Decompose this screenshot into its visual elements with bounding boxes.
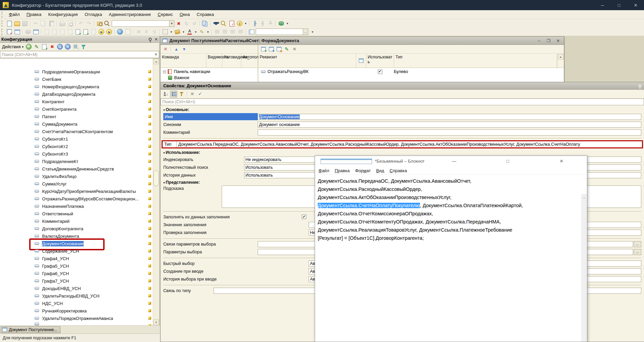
tree-scrollbar[interactable]: ▲ ▼: [153, 58, 159, 325]
menubar-grip[interactable]: [1, 12, 4, 18]
align-center-icon[interactable]: [221, 29, 228, 35]
close-button[interactable]: ✕: [627, 0, 644, 10]
tree-item[interactable]: НазначениеПлатежа: [0, 202, 159, 210]
maximize-window-icon[interactable]: ❐: [545, 38, 552, 43]
form-window-icon[interactable]: [14, 29, 21, 35]
menu-item[interactable]: Администрирование: [106, 12, 154, 17]
tree-item[interactable]: [0, 322, 159, 325]
menu-item[interactable]: Отладка: [81, 12, 105, 17]
database-update-icon[interactable]: [278, 20, 285, 27]
column-autovisibility[interactable]: Автовидимо_: [222, 54, 241, 68]
toolbar-icon[interactable]: [113, 29, 116, 35]
tree-item[interactable]: СуммаУслуг: [0, 180, 159, 187]
debug-start-icon[interactable]: [213, 20, 220, 27]
property-type-highlighted[interactable]: Тип ДокументСсылка.ПередачаОС, ДокументС…: [162, 140, 643, 148]
property-value[interactable]: Документ основание: [258, 122, 641, 128]
toolbar-icon[interactable]: [209, 20, 212, 27]
delete-icon[interactable]: [49, 43, 56, 50]
attribute-row[interactable]: ОтражатьРазницуВК Булево: [258, 68, 564, 75]
style-ellipsis-button[interactable]: …: [303, 29, 308, 35]
column-visibility[interactable]: Видимость: [206, 54, 222, 68]
clear-search-icon[interactable]: ✕: [154, 52, 158, 57]
add-copy-attribute-icon[interactable]: [268, 46, 275, 53]
tree-item[interactable]: Патент: [0, 113, 159, 120]
find-prev-icon[interactable]: [191, 20, 198, 27]
hierarchy-up-icon[interactable]: [259, 20, 266, 27]
command-row-important[interactable]: Важное: [161, 75, 258, 80]
filter-icon[interactable]: [80, 43, 87, 50]
property-value[interactable]: [258, 129, 641, 136]
tree-item[interactable]: НДС_УСН: [0, 300, 159, 307]
toolbar-icon[interactable]: [275, 20, 277, 27]
add-icon[interactable]: [25, 43, 32, 50]
info-icon[interactable]: [236, 20, 243, 27]
toolbar-icon[interactable]: [159, 29, 161, 35]
page-forward-icon[interactable]: [51, 29, 58, 35]
column-command[interactable]: Команда: [161, 54, 206, 68]
tree-item[interactable]: СубконтоКт2: [0, 143, 159, 150]
move-up-icon[interactable]: [173, 46, 180, 53]
column-autoposition[interactable]: Автополо_: [241, 54, 258, 68]
notepad-menu-item[interactable]: Правка: [332, 168, 352, 173]
property-type-value[interactable]: ДокументСсылка.ПередачаОС, ДокументСсылк…: [177, 141, 642, 147]
page-add2-icon[interactable]: [82, 29, 89, 35]
scroll-up-icon[interactable]: ⌃: [583, 195, 585, 342]
notepad-scrollbar[interactable]: ⌃: [581, 194, 587, 342]
close-window-icon[interactable]: ✕: [554, 38, 562, 43]
tree-item[interactable]: СтатьяДвиженияДенежныхСредств: [0, 165, 159, 173]
property-value[interactable]: ДокументОснование: [259, 114, 300, 119]
save-icon[interactable]: [21, 20, 29, 27]
align-right-icon[interactable]: [229, 29, 236, 35]
page-add-icon[interactable]: [74, 29, 81, 35]
tree-item[interactable]: УдалитьПорядокОтраженияАванса: [0, 314, 159, 322]
page-back-icon[interactable]: [43, 29, 50, 35]
form-editor-titlebar[interactable]: Документ ПоступлениеНаРасчетныйСчет: Фор…: [161, 37, 564, 45]
paste-icon[interactable]: [48, 20, 55, 27]
scroll-down-icon[interactable]: ▼: [153, 320, 159, 325]
tree-item[interactable]: Графа7_УСН: [0, 277, 159, 285]
menu-item[interactable]: Окна: [176, 12, 193, 17]
tree-item[interactable]: Ответственный: [0, 210, 159, 217]
toolbar-icon[interactable]: [56, 20, 58, 27]
attributes-scrollbar[interactable]: ▲: [557, 54, 564, 68]
ellipsis-button[interactable]: …: [634, 241, 641, 247]
add-attribute-icon[interactable]: [260, 46, 267, 53]
document-window-taskbar-button[interactable]: Документ Поступление...: [1, 326, 60, 333]
tree-item[interactable]: ОтражатьРазницуВКурсеВСоставеОперацион..…: [0, 195, 159, 202]
find-next-icon[interactable]: [183, 20, 190, 27]
database-dropdown-icon[interactable]: [286, 20, 289, 27]
add-special-icon[interactable]: [275, 46, 282, 53]
align-justify-icon[interactable]: [237, 29, 244, 35]
property-name[interactable]: Имя ДокументОснование: [163, 113, 641, 121]
toolbar-icon[interactable]: [40, 29, 42, 35]
close-panel-icon[interactable]: ✕: [154, 37, 158, 42]
toolbar-icon[interactable]: [248, 20, 251, 27]
toolbar-icon[interactable]: [93, 20, 95, 27]
form-grid-icon[interactable]: [6, 29, 13, 35]
print-preview-icon[interactable]: [67, 20, 74, 27]
tree-view-icon[interactable]: [170, 91, 177, 97]
data-source-icon[interactable]: [24, 29, 32, 35]
style-dropdown-icon[interactable]: [311, 29, 314, 35]
open-icon[interactable]: [14, 20, 21, 27]
edit-icon[interactable]: [33, 43, 40, 50]
tree-item[interactable]: ВалютаДокумента: [0, 232, 159, 240]
apply-icon[interactable]: [197, 91, 204, 97]
highlight-icon[interactable]: [198, 29, 205, 35]
undo-icon[interactable]: [77, 20, 85, 27]
toolbar-icon[interactable]: [132, 29, 134, 35]
tree-item[interactable]: СчетБанк: [0, 75, 159, 83]
menu-item[interactable]: Сервис: [154, 12, 177, 17]
preview-run-icon[interactable]: [98, 29, 105, 35]
delete-attribute-icon[interactable]: [291, 46, 298, 53]
add-copy-icon[interactable]: [41, 43, 48, 50]
bold-icon[interactable]: [135, 29, 142, 35]
command-toolbar-icon[interactable]: [170, 46, 172, 53]
menu-item[interactable]: Файл: [5, 12, 23, 17]
tree-item[interactable]: УдалитьРасходыЕНВД_УСН: [0, 292, 159, 300]
tree-item[interactable]: СуммаДокумента: [0, 120, 159, 128]
toolbar-icon[interactable]: [21, 29, 24, 35]
page-gray-icon[interactable]: [90, 29, 97, 35]
pin-icon[interactable]: [149, 38, 152, 41]
delete-command-icon[interactable]: [162, 46, 169, 53]
